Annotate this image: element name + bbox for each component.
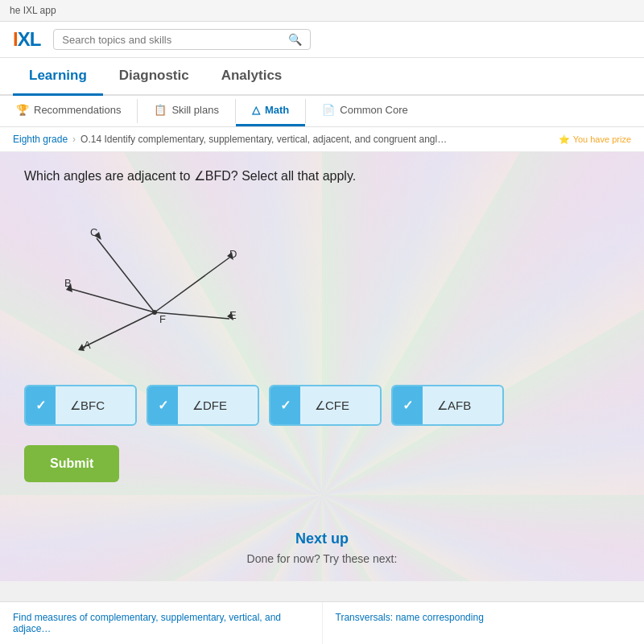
answer-cfe[interactable]: ✓ ∠CFE (269, 385, 382, 426)
answer-choices: ✓ ∠BFC ✓ ∠DFE ✓ ∠CFE ✓ ∠AFB (24, 385, 620, 426)
question-text: Which angles are adjacent to ∠BFD? Selec… (24, 168, 620, 184)
bottom-bar: Find measures of complementary, suppleme… (0, 601, 644, 644)
tab-diagnostic[interactable]: Diagnostic (103, 58, 205, 96)
trophy-icon: 🏆 (16, 104, 29, 116)
check-bfc: ✓ (26, 386, 56, 424)
answer-bfc[interactable]: ✓ ∠BFC (24, 385, 137, 426)
browser-title: he IXL app (10, 5, 56, 16)
answer-afb[interactable]: ✓ ∠AFB (391, 385, 504, 426)
tab-analytics[interactable]: Analytics (205, 58, 299, 96)
next-up-title: Next up (24, 530, 620, 547)
svg-line-3 (155, 258, 229, 312)
svg-text:C: C (90, 226, 97, 238)
submit-button[interactable]: Submit (24, 445, 119, 482)
breadcrumb-grade[interactable]: Eighth grade (13, 134, 68, 145)
tab-learning[interactable]: Learning (13, 58, 103, 96)
diagram-svg: A B C D E F (24, 200, 298, 361)
label-cfe: ∠CFE (300, 387, 364, 424)
answer-dfe[interactable]: ✓ ∠DFE (147, 385, 259, 426)
sub-nav-common-core[interactable]: 📄 Common Core (306, 96, 424, 126)
ixl-logo[interactable]: IXL (13, 28, 40, 51)
check-dfe: ✓ (148, 386, 178, 424)
app-header: IXL 🔍 (0, 22, 644, 58)
sub-nav-math[interactable]: △ Math (236, 96, 305, 126)
main-nav: Learning Diagnostic Analytics (0, 58, 644, 96)
svg-line-2 (97, 238, 155, 312)
label-dfe: ∠DFE (178, 387, 242, 424)
search-icon: 🔍 (288, 33, 302, 46)
svg-text:B: B (64, 277, 72, 289)
check-afb: ✓ (393, 386, 423, 424)
svg-line-1 (68, 288, 155, 312)
main-content: Which angles are adjacent to ∠BFD? Selec… (0, 152, 644, 581)
next-up-subtitle: Done for now? Try these next: (24, 552, 620, 565)
prize-badge: ⭐ You have prize (559, 134, 631, 145)
breadcrumb: Eighth grade › O.14 Identify complementa… (0, 127, 644, 152)
label-afb: ∠AFB (423, 387, 485, 424)
svg-point-10 (152, 310, 157, 315)
clipboard-icon: 📋 (154, 104, 167, 116)
sub-nav-skill-plans[interactable]: 📋 Skill plans (138, 96, 235, 126)
breadcrumb-chevron: › (72, 134, 76, 145)
bottom-link-1[interactable]: Find measures of complementary, suppleme… (0, 602, 323, 644)
svg-text:F: F (159, 313, 166, 325)
geometry-diagram: A B C D E F (24, 200, 298, 361)
svg-text:D: D (229, 248, 237, 260)
browser-bar: he IXL app (0, 0, 644, 22)
search-input[interactable] (62, 34, 288, 46)
svg-line-0 (80, 312, 155, 349)
next-up-section: Next up Done for now? Try these next: (24, 530, 620, 565)
bottom-link-2[interactable]: Transversals: name corresponding (323, 602, 645, 644)
label-bfc: ∠BFC (56, 387, 119, 424)
triangle-icon: △ (252, 104, 260, 116)
svg-text:A: A (84, 339, 91, 351)
check-cfe: ✓ (270, 386, 300, 424)
sub-nav: 🏆 Recommendations 📋 Skill plans △ Math 📄… (0, 96, 644, 127)
sub-nav-recommendations[interactable]: 🏆 Recommendations (0, 96, 137, 126)
breadcrumb-skill: O.14 Identify complementary, supplementa… (80, 134, 447, 145)
star-icon: ⭐ (559, 134, 570, 145)
svg-text:E: E (229, 309, 237, 321)
document-icon: 📄 (322, 104, 335, 116)
search-bar[interactable]: 🔍 (53, 29, 311, 50)
